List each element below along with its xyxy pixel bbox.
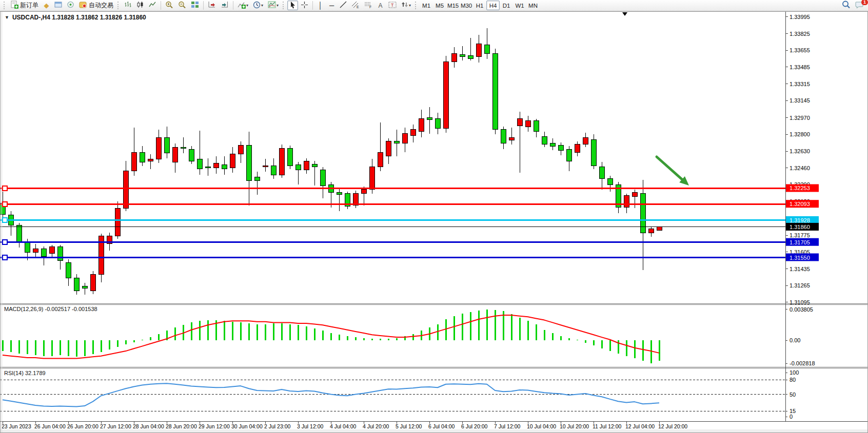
svg-text:100: 100	[790, 369, 799, 376]
zoom-in-button[interactable]	[163, 1, 175, 10]
fibonacci-icon: F	[364, 1, 372, 10]
timeframe-button-D1[interactable]: D1	[500, 1, 513, 10]
periods-icon	[253, 1, 261, 10]
svg-text:F: F	[369, 5, 371, 9]
channel-tool-button[interactable]: E	[349, 1, 362, 10]
line-chart-icon	[149, 1, 156, 10]
horizontal-line-tool-button[interactable]: ─	[326, 1, 337, 10]
svg-text:11 Jul 12:00: 11 Jul 12:00	[593, 423, 622, 429]
svg-text:7 Jul 12:00: 7 Jul 12:00	[494, 423, 521, 429]
trading-terminal-window: 新订单 ◆ 自动交易	[0, 0, 868, 433]
market-window-icon	[54, 1, 62, 10]
templates-icon	[268, 1, 276, 10]
bar-chart-button[interactable]	[122, 1, 134, 10]
bar-chart-icon	[124, 1, 132, 10]
auto-trading-label: 自动交易	[89, 1, 113, 10]
toolbar-grip[interactable]	[4, 2, 6, 9]
text-label-tool-button[interactable]: T	[386, 1, 399, 10]
svg-text:10 Jul 04:00: 10 Jul 04:00	[527, 423, 556, 429]
svg-text:1.33995: 1.33995	[790, 14, 810, 20]
auto-trading-button[interactable]: 自动交易	[77, 1, 115, 10]
shapes-tool-button[interactable]: ▾	[399, 1, 413, 10]
cursor-tool-button[interactable]	[287, 1, 298, 10]
toolbar-grip[interactable]	[415, 2, 418, 9]
auto-scroll-icon	[208, 1, 216, 10]
svg-text:28 Jun 20:00: 28 Jun 20:00	[166, 423, 197, 429]
channel-icon: E	[351, 1, 360, 10]
text-tool-button[interactable]: A	[375, 1, 386, 10]
collapse-triangle-icon: ▼	[5, 15, 9, 20]
timeframe-button-M1[interactable]: M1	[420, 1, 433, 10]
timeframe-button-H1[interactable]: H1	[473, 1, 486, 10]
indicators-button[interactable]: ▾	[235, 1, 250, 10]
macd-indicator-label: MACD(12,26,9) -0.002517 -0.001538	[4, 306, 97, 312]
notifications-button[interactable]: 1	[853, 1, 866, 10]
signal-icon	[67, 1, 74, 10]
signal-button[interactable]	[65, 1, 76, 10]
svg-text:27 Jun 12:00: 27 Jun 12:00	[100, 423, 131, 429]
timeframe-button-W1[interactable]: W1	[513, 1, 526, 10]
timeframe-button-M30[interactable]: M30	[460, 1, 473, 10]
fibonacci-tool-button[interactable]: F	[362, 1, 374, 10]
timeframe-group: M1M5M15M30H1H4D1W1MN	[420, 1, 540, 10]
periods-button[interactable]: ▾	[251, 1, 265, 10]
search-icon	[842, 1, 851, 10]
svg-text:1.33315: 1.33315	[790, 81, 810, 87]
shapes-icon	[401, 1, 408, 10]
trendline-tool-button[interactable]	[338, 1, 349, 10]
svg-text:1.33485: 1.33485	[790, 64, 810, 70]
rsi-indicator-label: RSI(14) 32.1789	[4, 370, 46, 376]
zoom-out-icon	[178, 1, 186, 10]
svg-text:23 Jun 2023: 23 Jun 2023	[2, 423, 31, 429]
svg-text:4 Jul 04:00: 4 Jul 04:00	[330, 423, 357, 429]
svg-text:1.31550: 1.31550	[790, 255, 810, 261]
chart-shift-button[interactable]	[219, 1, 231, 10]
chart-canvas[interactable]: 1.339951.338251.336551.334851.333151.331…	[0, 0, 868, 433]
hline-icon: ─	[329, 2, 334, 9]
trendline-icon	[340, 1, 347, 10]
cursor-icon	[289, 1, 296, 10]
chevron-down-icon: ▾	[277, 4, 279, 8]
tile-windows-icon	[191, 1, 199, 10]
zoom-out-button[interactable]	[176, 1, 188, 10]
svg-text:28 Jun 04:00: 28 Jun 04:00	[133, 423, 164, 429]
svg-text:4 Jul 20:00: 4 Jul 20:00	[363, 423, 389, 429]
timeframe-button-MN[interactable]: MN	[526, 1, 540, 10]
svg-text:T: T	[391, 3, 394, 8]
svg-text:1.33825: 1.33825	[790, 31, 810, 37]
charts-gold-button[interactable]: ◆	[41, 1, 52, 10]
auto-trading-icon	[79, 1, 87, 10]
svg-text:26 Jun 04:00: 26 Jun 04:00	[34, 423, 66, 429]
toolbar-grip[interactable]	[117, 2, 120, 9]
svg-text:50: 50	[790, 391, 796, 398]
line-chart-button[interactable]	[147, 1, 159, 10]
charts-gold-icon: ◆	[44, 2, 49, 9]
timeframe-button-M15[interactable]: M15	[446, 1, 460, 10]
crosshair-tool-button[interactable]	[299, 1, 310, 10]
symbol-info-bar[interactable]: ▼ USDCAD-,H4 1.31828 1.31862 1.31826 1.3…	[5, 14, 146, 21]
new-order-label: 新订单	[20, 1, 38, 10]
svg-text:E: E	[357, 5, 359, 9]
timeframe-button-M5[interactable]: M5	[433, 1, 446, 10]
vertical-line-tool-button[interactable]: │	[315, 1, 326, 10]
search-button[interactable]	[840, 1, 853, 10]
chevron-down-icon: ▾	[246, 4, 248, 8]
templates-button[interactable]: ▾	[266, 1, 281, 10]
svg-text:0.003805: 0.003805	[790, 306, 813, 313]
toolbar-grip[interactable]	[283, 2, 285, 9]
tile-windows-button[interactable]	[189, 1, 201, 10]
chart-shift-icon	[221, 1, 229, 10]
market-window-button[interactable]	[52, 1, 64, 10]
new-order-button[interactable]: 新订单	[8, 1, 41, 10]
timeframe-button-H4[interactable]: H4	[486, 1, 500, 10]
svg-text:2 Jul 23:00: 2 Jul 23:00	[264, 423, 291, 429]
svg-text:1.31435: 1.31435	[790, 266, 810, 272]
crosshair-icon	[301, 1, 308, 10]
svg-text:12 Jul 04:00: 12 Jul 04:00	[625, 423, 655, 429]
candlestick-button[interactable]	[134, 1, 146, 10]
svg-text:1.32093: 1.32093	[790, 201, 810, 207]
svg-text:10 Jul 20:00: 10 Jul 20:00	[560, 423, 589, 429]
svg-text:12 Jul 20:00: 12 Jul 20:00	[658, 423, 687, 429]
svg-text:1.33145: 1.33145	[790, 97, 810, 104]
auto-scroll-button[interactable]	[206, 1, 218, 10]
